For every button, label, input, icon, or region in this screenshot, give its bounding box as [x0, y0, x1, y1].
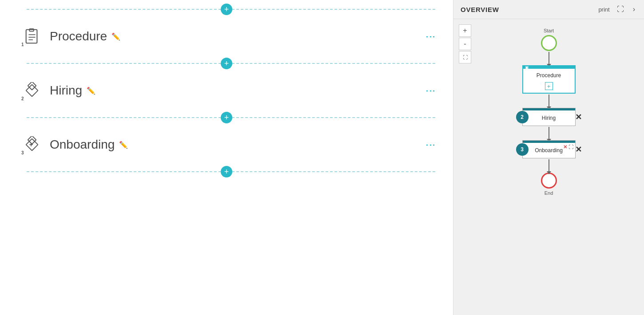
arrow-3 — [549, 127, 549, 139]
hiring-label: Hiring ✏️ — [50, 83, 421, 98]
onboarding-box-area: 3 ✕ ⛶ Onboarding ✕ — [522, 140, 576, 158]
overview-header: OVERVIEW print ⛶ › — [453, 0, 644, 19]
overview-title: OVERVIEW — [461, 6, 593, 13]
procedure-box-label: Procedure — [523, 69, 575, 82]
divider-row-2: + — [0, 54, 453, 73]
end-circle — [541, 173, 557, 189]
step-2-badge: 2 — [516, 111, 529, 123]
print-button[interactable]: print — [598, 6, 609, 13]
procedure-edit-icon[interactable]: ✏️ — [111, 32, 120, 41]
chevron-right-icon-button[interactable]: › — [631, 4, 637, 14]
hiring-icon — [24, 82, 40, 99]
step-3-badge: 3 — [516, 143, 529, 156]
divider-row-bottom: + — [0, 162, 453, 181]
hiring-box-label: Hiring — [523, 110, 575, 126]
onboarding-edit-icon[interactable]: ✏️ — [119, 141, 128, 149]
hiring-more-button[interactable]: ⋮ — [421, 85, 440, 96]
onboarding-label: Onboarding ✏️ — [50, 138, 421, 152]
arrow-1 — [549, 52, 549, 64]
right-panel: OVERVIEW print ⛶ › + - ⛶ Start ▣ — [453, 0, 644, 315]
onboarding-box: ✕ ⛶ Onboarding — [522, 140, 576, 158]
onboarding-icon-wrapper: 3 — [22, 135, 42, 154]
svg-rect-7 — [28, 136, 36, 144]
add-button-2[interactable]: + — [221, 58, 232, 69]
add-button-top[interactable]: + — [221, 4, 232, 15]
flow-node-end: End — [541, 173, 557, 196]
fit-button[interactable]: ⛶ — [459, 51, 471, 63]
hiring-close-icon[interactable]: ✕ — [575, 112, 582, 122]
start-label: Start — [544, 28, 554, 33]
overview-canvas: + - ⛶ Start ▣ Procedure + — [453, 19, 644, 315]
left-panel: + 1 Procedure ✏️ ⋮ + 2 — [0, 0, 453, 315]
zoom-controls: + - ⛶ — [459, 24, 471, 63]
flow-diagram: Start ▣ Procedure + — [453, 19, 644, 315]
hiring-icon-wrapper: 2 — [22, 81, 42, 100]
step-number-3: 3 — [21, 150, 24, 155]
procedure-icon — [24, 28, 40, 45]
step-row-onboarding: 3 Onboarding ✏️ ⋮ — [0, 127, 453, 162]
hiring-edit-icon[interactable]: ✏️ — [87, 87, 95, 95]
hiring-box-area: 2 Hiring ✕ — [522, 108, 576, 126]
step-row-hiring: 2 Hiring ✏️ ⋮ — [0, 73, 453, 108]
procedure-box: ▣ Procedure + — [522, 65, 576, 94]
onboarding-icon — [24, 136, 40, 153]
procedure-label: Procedure ✏️ — [50, 29, 421, 43]
onboarding-more-button[interactable]: ⋮ — [421, 139, 440, 150]
flow-node-procedure: ▣ Procedure + — [522, 65, 576, 94]
expand-icon-button[interactable]: ⛶ — [615, 4, 626, 14]
onboarding-expand-icon[interactable]: ⛶ — [568, 144, 573, 150]
start-circle — [541, 35, 557, 51]
step-number-1: 1 — [21, 42, 24, 47]
zoom-out-button[interactable]: - — [459, 38, 471, 50]
svg-rect-5 — [28, 82, 36, 90]
onboarding-x-icon[interactable]: ✕ — [563, 144, 567, 150]
add-button-bottom[interactable]: + — [221, 166, 232, 177]
divider-row-3: + — [0, 108, 453, 127]
procedure-more-button[interactable]: ⋮ — [421, 31, 440, 42]
divider-row-top: + — [0, 0, 453, 19]
arrow-2 — [549, 94, 549, 107]
hiring-box: Hiring — [522, 108, 576, 126]
arrow-4 — [549, 159, 549, 172]
procedure-icon-wrapper: 1 — [22, 27, 42, 46]
procedure-add-plus[interactable]: + — [545, 82, 553, 90]
onboarding-close-icon[interactable]: ✕ — [575, 145, 582, 154]
zoom-in-button[interactable]: + — [459, 24, 471, 37]
add-button-3[interactable]: + — [221, 112, 232, 123]
step-number-2: 2 — [21, 96, 24, 101]
procedure-box-footer: + — [523, 82, 575, 93]
end-label: End — [545, 190, 553, 196]
flow-node-start: Start — [541, 28, 557, 51]
step-row-procedure: 1 Procedure ✏️ ⋮ — [0, 19, 453, 54]
